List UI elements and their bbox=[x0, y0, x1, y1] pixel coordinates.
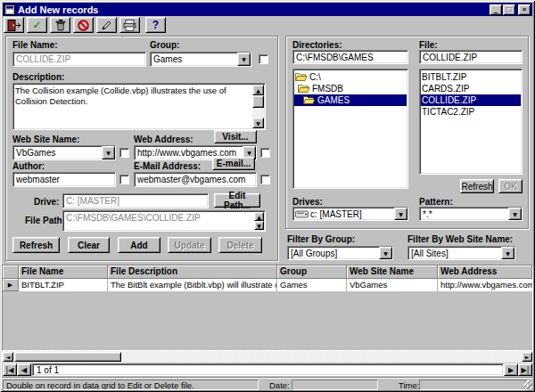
clear-button[interactable]: Clear bbox=[68, 237, 110, 253]
print-button[interactable] bbox=[119, 17, 140, 33]
folder-open-icon bbox=[298, 84, 310, 94]
cell-web-site-name[interactable]: VbGames bbox=[347, 279, 438, 291]
chevron-down-icon[interactable]: ▼ bbox=[379, 247, 392, 259]
directories-path-field[interactable]: C:\FMSDB\GAMES bbox=[292, 50, 408, 64]
file-label: File: bbox=[419, 40, 438, 50]
titlebar[interactable]: Add New records _ □ × bbox=[3, 3, 532, 16]
cell-file-name[interactable]: BITBLT.ZIP bbox=[19, 279, 108, 291]
pattern-combobox[interactable]: *.* ▼ bbox=[419, 207, 523, 221]
no-entry-icon bbox=[78, 20, 89, 31]
grid-horizontal-scrollbar[interactable]: ◄ ► bbox=[2, 351, 533, 363]
description-textarea[interactable]: The Collision example (Collide.vbp) illu… bbox=[12, 83, 266, 130]
chevron-down-icon[interactable]: ▼ bbox=[394, 208, 407, 220]
filter-site-combobox[interactable]: [All Sites] ▼ bbox=[407, 246, 515, 260]
nav-last-button[interactable]: ▶| bbox=[518, 363, 532, 376]
row-selector-arrow-icon[interactable]: ▶ bbox=[3, 279, 19, 291]
grid-column-header[interactable]: Web Site Name bbox=[347, 265, 438, 279]
scroll-up-icon[interactable]: ▲ bbox=[254, 212, 264, 221]
minimize-button[interactable]: _ bbox=[490, 4, 502, 15]
status-message-panel: Double on record in data grid to Edit or… bbox=[3, 380, 259, 390]
table-row[interactable]: ▶ BITBLT.ZIP The BitBlt example (Bitblt.… bbox=[3, 279, 532, 291]
grid-column-header[interactable]: File Name bbox=[19, 265, 108, 279]
update-button[interactable]: Update bbox=[168, 237, 211, 253]
web-address-checkbox[interactable] bbox=[260, 148, 270, 158]
cell-file-description[interactable]: The BitBlt example (Bitblt.vbp) will ill… bbox=[108, 279, 277, 291]
nav-position-panel: 1 of 1 bbox=[32, 363, 504, 376]
scroll-up-icon[interactable]: ▲ bbox=[252, 85, 264, 95]
file-item[interactable]: BITBLT.ZIP bbox=[421, 71, 521, 83]
scroll-left-icon[interactable]: ◄ bbox=[3, 352, 13, 362]
file-item-selected[interactable]: COLLIDE.ZIP bbox=[421, 94, 521, 106]
add-button[interactable]: Add bbox=[118, 237, 160, 253]
directory-item-selected[interactable]: GAMES bbox=[294, 94, 407, 106]
drive-label: Drive: bbox=[34, 197, 59, 207]
check-icon: ✓ bbox=[32, 19, 41, 31]
close-button[interactable]: × bbox=[518, 4, 531, 15]
help-button[interactable]: ? bbox=[145, 17, 166, 33]
delete-button[interactable] bbox=[50, 17, 70, 33]
ok-button[interactable]: OK bbox=[498, 179, 523, 193]
author-field[interactable]: webmaster bbox=[12, 172, 116, 187]
description-scrollbar[interactable]: ▲ ▼ bbox=[252, 85, 264, 128]
directories-listbox[interactable]: C:\ FMSDB GAMES bbox=[292, 69, 408, 189]
chevron-down-icon[interactable]: ▼ bbox=[237, 53, 251, 66]
chevron-down-icon[interactable]: ▼ bbox=[508, 208, 522, 220]
group-checkbox[interactable] bbox=[259, 54, 268, 64]
scroll-thumb[interactable] bbox=[252, 95, 264, 108]
file-item[interactable]: CARDS.ZIP bbox=[421, 83, 521, 94]
scroll-down-icon[interactable]: ▼ bbox=[252, 118, 264, 128]
drive-field[interactable]: C: [MASTER] bbox=[62, 193, 209, 208]
cell-web-address[interactable]: http://www.vbgames.com bbox=[438, 279, 532, 291]
filter-by-site-label: Filter By Web Site Name: bbox=[407, 234, 513, 244]
file-name-field[interactable]: COLLIDE.ZIP bbox=[12, 52, 146, 67]
visit-button[interactable]: Visit... bbox=[214, 130, 257, 143]
description-label: Description: bbox=[12, 72, 64, 82]
refresh-button[interactable]: Refresh bbox=[12, 237, 60, 253]
grid-column-header[interactable]: File Description bbox=[108, 265, 277, 279]
data-grid[interactable]: File Name File Description Group Web Sit… bbox=[2, 265, 533, 351]
email-field[interactable]: webmaster@vbgames.com bbox=[134, 172, 257, 187]
nav-first-button[interactable]: |◀ bbox=[3, 363, 17, 376]
author-checkbox[interactable] bbox=[119, 175, 129, 184]
file-path-scrollbar[interactable]: ▲ ▼ bbox=[254, 212, 264, 230]
grid-column-header[interactable]: Web Address bbox=[438, 265, 532, 279]
email-address-label: E-Mail Address: bbox=[134, 161, 201, 171]
email-checkbox[interactable] bbox=[260, 175, 270, 184]
resize-grip[interactable] bbox=[523, 380, 532, 389]
web-site-name-combobox[interactable]: VbGames ▼ bbox=[12, 145, 116, 160]
file-item[interactable]: TICTAC2.ZIP bbox=[421, 106, 521, 118]
file-name-browser-field[interactable]: COLLIDE.ZIP bbox=[419, 50, 523, 64]
scroll-right-icon[interactable]: ► bbox=[522, 352, 532, 362]
maximize-button[interactable]: □ bbox=[503, 4, 515, 15]
scroll-thumb[interactable] bbox=[14, 352, 121, 362]
drives-combobox[interactable]: c: [MASTER] ▼ bbox=[292, 207, 408, 221]
email-button[interactable]: E-mail... bbox=[212, 157, 255, 170]
web-address-label: Web Address: bbox=[134, 135, 193, 144]
nav-next-button[interactable]: ▶ bbox=[504, 363, 518, 376]
nav-prev-button[interactable]: ◀ bbox=[17, 363, 31, 376]
chevron-down-icon[interactable]: ▼ bbox=[102, 146, 115, 159]
confirm-button[interactable]: ✓ bbox=[27, 17, 47, 33]
filter-group-combobox[interactable]: [All Groups] ▼ bbox=[287, 246, 393, 260]
exit-button[interactable] bbox=[4, 17, 24, 33]
files-listbox[interactable]: BITBLT.ZIP CARDS.ZIP COLLIDE.ZIP TICTAC2… bbox=[419, 69, 523, 175]
app-icon bbox=[4, 4, 15, 15]
chevron-down-icon[interactable]: ▼ bbox=[501, 247, 514, 259]
trash-icon bbox=[55, 20, 66, 31]
author-label: Author: bbox=[12, 161, 45, 171]
edit-path-button[interactable]: Edit Path... bbox=[214, 193, 260, 208]
delete-record-button[interactable]: Delete bbox=[218, 237, 262, 253]
directory-item[interactable]: FMSDB bbox=[294, 83, 407, 94]
group-combobox[interactable]: Games ▼ bbox=[150, 52, 251, 67]
cell-group[interactable]: Games bbox=[277, 279, 347, 291]
status-message: Double on record in data grid to Edit or… bbox=[6, 380, 194, 390]
grid-header-row: File Name File Description Group Web Sit… bbox=[3, 265, 532, 279]
edit-button[interactable] bbox=[96, 17, 117, 33]
scroll-down-icon[interactable]: ▼ bbox=[254, 221, 264, 230]
file-path-field[interactable]: C:\FMSDB\GAMES\COLLIDE.ZIP ▲ ▼ bbox=[62, 210, 266, 232]
cancel-button[interactable] bbox=[73, 17, 94, 33]
directory-item[interactable]: C:\ bbox=[294, 71, 407, 83]
browser-refresh-button[interactable]: Refresh bbox=[460, 179, 494, 193]
grid-column-header[interactable]: Group bbox=[277, 265, 347, 279]
web-site-name-checkbox[interactable] bbox=[119, 148, 129, 158]
